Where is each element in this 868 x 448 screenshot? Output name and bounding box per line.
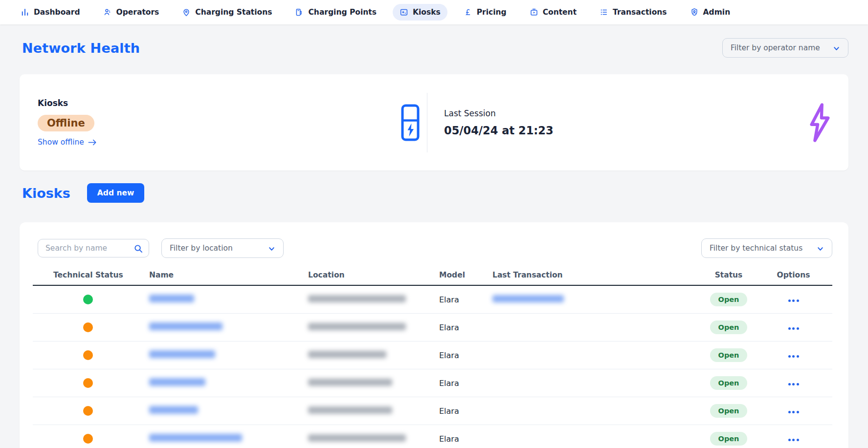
admin-icon bbox=[690, 8, 699, 17]
kiosk-name-link-redacted[interactable] bbox=[149, 378, 205, 386]
kiosk-charging-icon bbox=[401, 104, 420, 141]
health-card-title: Kiosks bbox=[38, 98, 401, 108]
pound-icon bbox=[464, 8, 472, 17]
table-row[interactable]: ElaraOpen bbox=[33, 369, 832, 397]
bar-chart-icon bbox=[21, 8, 29, 17]
nav-item-operators[interactable]: Operators bbox=[96, 4, 166, 21]
status-badge: Open bbox=[710, 348, 748, 362]
nav-item-pricing[interactable]: Pricing bbox=[457, 4, 513, 21]
table-row[interactable]: ElaraOpen bbox=[33, 314, 832, 341]
kiosks-table: Technical StatusNameLocationModelLast Tr… bbox=[33, 265, 832, 448]
name-cell bbox=[149, 350, 308, 360]
kiosk-name-link-redacted[interactable] bbox=[149, 295, 194, 302]
name-cell bbox=[149, 378, 308, 388]
nav-item-kiosks[interactable]: Kiosks bbox=[393, 4, 447, 21]
search-input[interactable] bbox=[38, 239, 149, 257]
table-row[interactable]: ElaraOpen bbox=[33, 425, 832, 448]
show-offline-link[interactable]: Show offline bbox=[38, 138, 97, 147]
last-transaction-cell bbox=[492, 295, 703, 304]
last-session-label: Last Session bbox=[444, 108, 554, 118]
chevron-down-icon bbox=[268, 245, 275, 253]
arrow-right-icon bbox=[88, 139, 97, 146]
column-header-name: Name bbox=[149, 271, 308, 279]
status-cell: Open bbox=[703, 376, 755, 390]
location-cell bbox=[308, 295, 439, 304]
options-menu-button[interactable] bbox=[786, 297, 801, 305]
location-cell bbox=[308, 351, 439, 360]
kiosks-table-card: Filter by location Filter by technical s… bbox=[20, 222, 848, 448]
options-menu-button[interactable] bbox=[786, 436, 801, 444]
table-row[interactable]: ElaraOpen bbox=[33, 341, 832, 369]
technical-status-dot bbox=[83, 434, 93, 444]
technical-status-dot bbox=[83, 378, 93, 388]
status-badge: Open bbox=[710, 404, 748, 418]
network-health-header: Network Health Filter by operator name bbox=[20, 38, 848, 58]
offline-status-badge: Offline bbox=[38, 115, 94, 131]
options-menu-button[interactable] bbox=[786, 324, 801, 333]
options-menu-button[interactable] bbox=[786, 380, 801, 388]
name-cell bbox=[149, 434, 308, 444]
location-text-redacted bbox=[308, 295, 406, 302]
technical-status-cell bbox=[33, 378, 149, 388]
options-cell bbox=[755, 350, 832, 361]
location-text-redacted bbox=[308, 406, 392, 414]
page-title: Network Health bbox=[22, 41, 140, 56]
status-badge: Open bbox=[710, 432, 748, 446]
map-pin-icon bbox=[182, 8, 191, 17]
add-new-button[interactable]: Add new bbox=[87, 183, 144, 203]
kiosks-section-header: Kiosks Add new bbox=[20, 183, 848, 203]
kiosk-name-link-redacted[interactable] bbox=[149, 322, 223, 330]
status-badge: Open bbox=[710, 320, 748, 334]
column-header-last-transaction: Last Transaction bbox=[492, 271, 703, 279]
operator-filter-select[interactable]: Filter by operator name bbox=[722, 38, 848, 58]
technical-status-cell bbox=[33, 406, 149, 416]
content-icon bbox=[530, 8, 538, 17]
model-cell: Elara bbox=[439, 295, 492, 304]
technical-status-filter-label: Filter by technical status bbox=[710, 244, 802, 253]
technical-status-filter-select[interactable]: Filter by technical status bbox=[701, 238, 832, 258]
nav-item-admin[interactable]: Admin bbox=[683, 4, 737, 21]
nav-item-dashboard[interactable]: Dashboard bbox=[14, 4, 87, 21]
location-text-redacted bbox=[308, 323, 406, 330]
location-text-redacted bbox=[308, 379, 392, 386]
top-navigation: DashboardOperatorsCharging StationsCharg… bbox=[0, 0, 868, 24]
model-cell: Elara bbox=[439, 434, 492, 444]
chevron-down-icon bbox=[833, 45, 840, 52]
kiosk-name-link-redacted[interactable] bbox=[149, 350, 215, 358]
nav-item-content[interactable]: Content bbox=[523, 4, 583, 21]
technical-status-dot bbox=[83, 322, 93, 332]
location-cell bbox=[308, 323, 439, 332]
location-filter-select[interactable]: Filter by location bbox=[161, 238, 284, 258]
model-cell: Elara bbox=[439, 323, 492, 332]
search-icon[interactable] bbox=[134, 244, 143, 253]
kiosk-name-link-redacted[interactable] bbox=[149, 406, 198, 414]
vertical-divider bbox=[427, 93, 427, 152]
location-filter-label: Filter by location bbox=[170, 244, 233, 253]
location-cell bbox=[308, 406, 439, 416]
options-menu-button[interactable] bbox=[786, 352, 801, 361]
transaction-link-redacted[interactable] bbox=[492, 295, 564, 302]
location-text-redacted bbox=[308, 351, 386, 358]
status-cell: Open bbox=[703, 432, 755, 446]
kiosk-name-link-redacted[interactable] bbox=[149, 434, 242, 442]
last-session-value: 05/04/24 at 21:23 bbox=[444, 124, 554, 137]
nav-item-charging-stations[interactable]: Charging Stations bbox=[175, 4, 279, 21]
nav-item-charging-points[interactable]: Charging Points bbox=[288, 4, 383, 21]
technical-status-cell bbox=[33, 434, 149, 444]
technical-status-dot bbox=[83, 295, 93, 304]
name-cell bbox=[149, 322, 308, 332]
operators-icon bbox=[103, 8, 112, 17]
status-cell: Open bbox=[703, 320, 755, 334]
nav-item-transactions[interactable]: Transactions bbox=[593, 4, 674, 21]
column-header-options: Options bbox=[755, 271, 832, 279]
kiosks-section-title: Kiosks bbox=[22, 186, 70, 201]
location-cell bbox=[308, 434, 439, 444]
table-row[interactable]: ElaraOpen bbox=[33, 397, 832, 425]
page-content: Network Health Filter by operator name K… bbox=[0, 38, 868, 448]
column-header-status: Status bbox=[703, 271, 755, 279]
table-row[interactable]: ElaraOpen bbox=[33, 286, 832, 314]
model-cell: Elara bbox=[439, 351, 492, 360]
health-card-status-block: Kiosks Offline Show offline bbox=[38, 98, 401, 147]
technical-status-cell bbox=[33, 322, 149, 332]
options-menu-button[interactable] bbox=[786, 408, 801, 416]
